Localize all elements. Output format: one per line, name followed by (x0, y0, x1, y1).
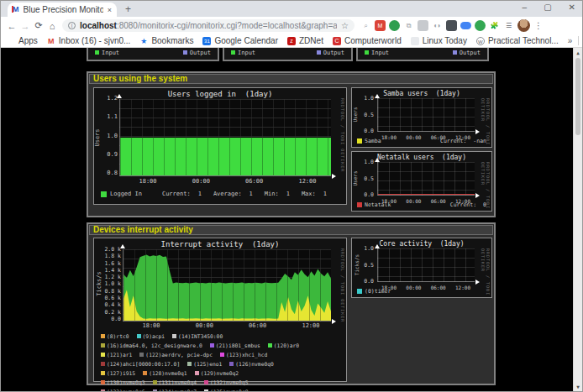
url-text[interactable]: localhost:8080/monitorix-cgi/monitorix.c… (80, 21, 337, 30)
globe-extension-icon[interactable] (389, 20, 400, 31)
x-ticks: 18:0000:0006:0012:00 (137, 179, 318, 185)
plot-area (119, 99, 331, 176)
graph-interrupt-activity[interactable]: Interrupt activity (1day) RRDTOOL / TOBI… (93, 238, 347, 382)
samba-swatch-icon (357, 139, 362, 144)
menu-dots-icon[interactable]: ⋮ (534, 21, 543, 30)
input-swatch-icon (95, 50, 99, 55)
y-ticks: 1.00.50.0 (357, 159, 374, 198)
bookmark-zdnet[interactable]: zZDNet (287, 36, 323, 45)
scrollbar-thumb[interactable] (575, 58, 580, 135)
page-info-icon[interactable]: i (68, 22, 76, 29)
section-interrupts: Devices interrupt activity Interrupt act… (87, 222, 496, 385)
interrupt-legend-item: (125)eno1 (187, 361, 222, 367)
interrupt-legend-item: (122)aerdrv, pcie-dpc (139, 352, 213, 358)
y-axis-arrow-icon (375, 244, 380, 248)
graph-netatalk-users[interactable]: Netatalk users (1day) RRDTOOL / TOBI OET… (351, 151, 492, 212)
interrupt-legend-item: (133)nvme0q6 (101, 389, 145, 391)
tune-icon[interactable]: ☰ (503, 20, 514, 31)
interrupt-legend-item: (21)i801_smbus (210, 342, 260, 348)
x-axis-arrow-icon (475, 129, 480, 134)
plot-area (377, 98, 475, 132)
extensions-puzzle-icon[interactable]: 🧩 (489, 20, 500, 31)
bookmarks-bar: Apps MInbox (16) - sjvn0... ★Bookmarks 3… (1, 34, 582, 48)
tab-strip: M Blue Precision Monitorix × + – ▢ ✕ (1, 1, 582, 17)
graph-title: Interrupt activity (1day) (94, 240, 346, 248)
star-icon: ★ (139, 37, 148, 45)
tab-close-icon[interactable]: × (108, 6, 112, 14)
interrupt-legend-item: (134)nvme0q7 (153, 389, 197, 391)
bookmark-google-calendar[interactable]: 31Google Calendar (202, 36, 278, 45)
green-circle-extension-icon[interactable] (475, 20, 486, 31)
logged-in-swatch-icon (101, 191, 107, 197)
bookmark-practical-technology[interactable]: WPractical Technol... (476, 36, 559, 45)
interrupt-legend-item: (129)nvme0q2 (195, 370, 239, 376)
page-scrollbar[interactable]: ▲ ▼ (573, 48, 582, 391)
monitorix-favicon-icon: M (13, 6, 19, 13)
scrollbar-up-icon[interactable]: ▲ (574, 50, 582, 55)
output-swatch-icon (453, 50, 457, 55)
gmail-extension-icon[interactable]: M (375, 20, 386, 31)
output-swatch-icon (183, 50, 187, 55)
forward-icon[interactable]: → (18, 21, 32, 31)
y-ticks: 2.0 k1.8 k1.6 k1.4 k1.2 k1.0 k0.8 k0.6 k… (97, 247, 121, 322)
legend-swatch-icon (204, 389, 208, 391)
bookmark-bookmarks[interactable]: ★Bookmarks (139, 36, 193, 45)
rrdtool-watermark: RRDTOOL / TOBI OETIKER (340, 248, 345, 322)
bookmark-star-icon[interactable]: ☆ (341, 21, 349, 30)
legend-swatch-icon (153, 380, 157, 384)
new-tab-button[interactable]: + (125, 3, 131, 17)
plot-area (377, 162, 475, 196)
graph-users-logged-in[interactable]: Users logged in (1day) RRDTOOL / TOBI OE… (93, 87, 347, 205)
legend-swatch-icon (143, 371, 147, 375)
legend-swatch-icon (204, 380, 208, 384)
reload-icon[interactable]: ⟳ (32, 20, 45, 31)
graph-core-activity[interactable]: Core activity (1day) RRDTOOL / TOBI OETI… (351, 238, 492, 298)
home-icon[interactable]: ⌂ (45, 21, 59, 31)
dark-square-extension-icon[interactable] (446, 20, 457, 31)
plot-area (377, 248, 475, 282)
bookmark-apps[interactable]: Apps (7, 36, 38, 45)
copy-pages-extension-icon[interactable]: ⧉ (403, 20, 414, 31)
cut-graph-panel[interactable]: Input Output (87, 48, 219, 61)
scrollbar-down-icon[interactable]: ▼ (574, 384, 582, 389)
legend-swatch-icon (101, 389, 105, 391)
interrupt-legend-item: (120)ar0 (268, 342, 299, 348)
address-bar[interactable]: i localhost:8080/monitorix-cgi/monitorix… (62, 19, 355, 32)
search-extension-icon[interactable]: ⌕ (360, 20, 371, 31)
close-button[interactable]: ✕ (569, 3, 575, 12)
legend-swatch-icon (210, 343, 214, 348)
input-swatch-icon (365, 50, 369, 55)
x-axis-arrow-icon (475, 280, 480, 285)
blue-pill-extension-icon[interactable] (460, 22, 471, 29)
cut-graph-panel[interactable]: Input Output (223, 48, 353, 61)
bookmark-computerworld[interactable]: CComputerworld (333, 36, 402, 45)
x-ticks: 18:0000:0006:0012:00 (140, 323, 322, 329)
cut-graph-panel[interactable]: Input Output (356, 48, 489, 61)
bookmarks-overflow-chevron-icon[interactable]: » (568, 36, 573, 45)
page-content: Input Output Input Output Input Output U… (1, 48, 582, 391)
back-icon[interactable]: ← (5, 21, 18, 31)
legend-swatch-icon (101, 380, 105, 384)
output-swatch-icon (317, 50, 321, 55)
bookmark-linux-today[interactable]: Linux Today (411, 36, 467, 45)
gray-square-extension-icon[interactable] (418, 20, 428, 31)
legend-swatch-icon (139, 353, 144, 357)
interrupt-legend-item: (123)xhci_hcd (220, 352, 267, 358)
x-axis-arrow-icon (332, 319, 336, 324)
computerworld-icon: C (333, 37, 341, 45)
minimize-button[interactable]: – (523, 3, 528, 12)
graph-samba-users[interactable]: Samba users (1day) RRDTOOL / TOBI OETIKE… (351, 87, 492, 148)
browser-tab[interactable]: M Blue Precision Monitorix × (8, 3, 117, 17)
maximize-button[interactable]: ▢ (544, 3, 551, 12)
interrupt-legend-item: (14)INT3450:00 (172, 333, 223, 339)
section-interrupts-header: Devices interrupt activity (89, 225, 493, 235)
bookmark-inbox[interactable]: MInbox (16) - sjvn0... (47, 36, 131, 45)
interrupt-legend-item: (130)nvme0q3 (101, 379, 145, 385)
mask-extension-icon[interactable]: ◖◗ (432, 20, 443, 31)
legend-swatch-icon (101, 334, 105, 338)
profile-avatar[interactable] (517, 19, 530, 32)
section-users-header: Users using the system (89, 74, 493, 84)
legend-swatch-icon (268, 343, 272, 348)
browser-toolbar: ← → ⟳ ⌂ i localhost:8080/monitorix-cgi/m… (1, 17, 582, 34)
legend-swatch-icon (101, 343, 105, 348)
